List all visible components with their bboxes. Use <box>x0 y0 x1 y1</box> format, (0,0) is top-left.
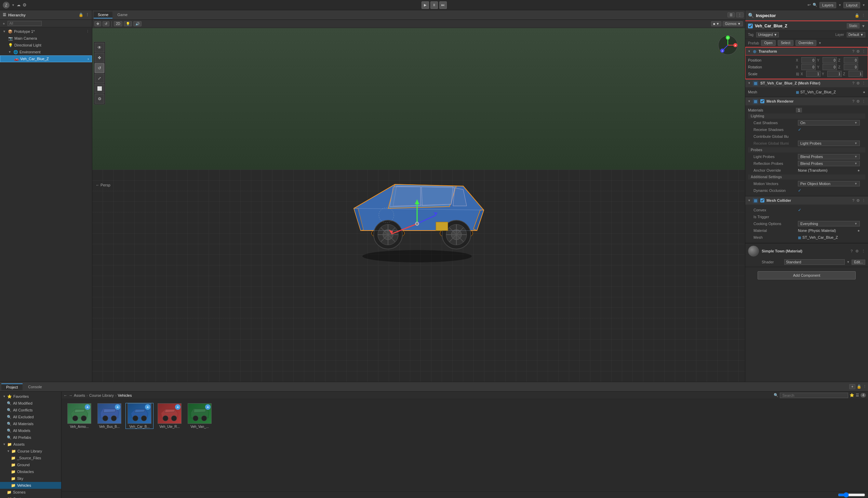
tab-project[interactable]: Project <box>1 383 23 390</box>
mf-mesh-picker[interactable]: ● <box>863 90 865 94</box>
project-lock-icon[interactable]: 🔒 <box>857 384 862 389</box>
breadcrumb-assets[interactable]: Assets <box>74 393 85 397</box>
hierarchy-more-icon[interactable]: ⋮ <box>85 13 89 17</box>
collider-material-picker[interactable]: ● <box>857 228 860 233</box>
inspector-more[interactable]: ⋮ <box>862 13 865 18</box>
scene-view-options[interactable]: ☰ <box>727 12 735 17</box>
mc-settings-icon[interactable]: ⚙ <box>856 198 860 203</box>
hierarchy-item-environment[interactable]: ▼ 🌐 Environment <box>0 49 92 55</box>
asset-forward-icon[interactable]: → <box>69 393 72 397</box>
tree-item-vehicles[interactable]: 📁 Vehicles <box>0 482 61 489</box>
scene-tool-rect[interactable]: ⬜ <box>95 84 104 93</box>
hierarchy-item-prototype[interactable]: ▼ 📦 Prototype 1* ⋮ <box>0 28 92 35</box>
cloud-icon[interactable]: ☁ <box>17 3 21 7</box>
scene-rotate-tool[interactable]: ↺ <box>103 21 109 26</box>
scene-light-toggle[interactable]: 💡 <box>124 21 132 26</box>
rotation-x-input[interactable] <box>801 64 816 70</box>
asset-item-veh3[interactable]: + Veh_Car_B... <box>126 403 153 429</box>
go-active-checkbox[interactable] <box>748 24 753 28</box>
hierarchy-item-light[interactable]: 💡 Directional Light <box>0 42 92 49</box>
layers-button[interactable]: Layers <box>819 2 836 8</box>
receive-gi-dropdown[interactable]: Light Probes ▼ <box>798 141 860 146</box>
tree-item-packages[interactable]: ▼ 📁 Packages <box>0 496 61 498</box>
scene-tool-transform[interactable]: ⚙ <box>95 94 104 104</box>
rotation-y-input[interactable] <box>823 64 837 70</box>
tree-item-all-conflicts[interactable]: 🔍 All Conflicts <box>0 407 61 414</box>
scene-move-tool[interactable]: ✥ <box>94 21 101 26</box>
undo-icon[interactable]: ↩ <box>807 3 811 7</box>
position-z-input[interactable] <box>844 57 858 63</box>
mf-help-icon[interactable]: ? <box>852 81 854 85</box>
material-more-icon[interactable]: ⋮ <box>862 249 865 253</box>
position-x-input[interactable] <box>801 57 816 63</box>
scene-audio-toggle[interactable]: 🔊 <box>133 21 142 26</box>
asset-search-icon[interactable]: 🔍 <box>774 393 778 397</box>
anchor-override-picker[interactable]: ● <box>857 168 860 172</box>
tree-item-all-excluded[interactable]: 🔍 All Excluded <box>0 414 61 420</box>
asset-item-veh1[interactable]: + Veh_Armo... <box>66 403 93 429</box>
account-icon[interactable]: Z <box>3 2 10 9</box>
light-probes-dropdown[interactable]: Blend Probes ▼ <box>798 154 860 159</box>
layer-dropdown[interactable]: Default ▼ <box>847 32 865 37</box>
mc-help-icon[interactable]: ? <box>852 198 854 202</box>
mc-more-icon[interactable]: ⋮ <box>862 198 866 203</box>
mr-settings-icon[interactable]: ⚙ <box>856 99 860 104</box>
hierarchy-item-camera[interactable]: 📷 Main Camera <box>0 35 92 42</box>
asset-size-slider[interactable] <box>838 492 865 498</box>
layout-button[interactable]: Layout <box>843 2 860 8</box>
hierarchy-lock-icon[interactable]: 🔒 <box>79 13 83 17</box>
settings-icon[interactable]: ⚙ <box>23 2 27 8</box>
hierarchy-add-button[interactable]: + <box>1 22 6 26</box>
tree-item-ground[interactable]: 📁 Ground <box>0 461 61 468</box>
step-button[interactable]: ⏭ <box>439 1 447 9</box>
static-badge[interactable]: Static <box>847 23 859 28</box>
tab-scene[interactable]: Scene <box>94 12 112 18</box>
cast-shadows-dropdown[interactable]: On ▼ <box>798 120 860 126</box>
project-more-icon[interactable]: ⋮ <box>863 384 867 389</box>
inspector-lock[interactable]: 🔒 <box>855 13 859 18</box>
material-help-icon[interactable]: ? <box>851 249 853 253</box>
tree-item-scenes[interactable]: 📁 Scenes <box>0 489 61 496</box>
tree-item-all-prefabs[interactable]: 🔍 All Prefabs <box>0 434 61 441</box>
static-dropdown-arrow[interactable]: ▼ <box>862 24 865 28</box>
tab-game[interactable]: Game <box>113 12 132 18</box>
scale-y-input[interactable] <box>827 71 842 77</box>
scene-tool-scale[interactable]: ⤢ <box>95 74 104 83</box>
tree-item-obstacles[interactable]: 📁 Obstacles <box>0 468 61 475</box>
mr-enabled-checkbox[interactable] <box>760 99 764 103</box>
reflection-probes-dropdown[interactable]: Blend Probes ▼ <box>798 161 860 166</box>
hierarchy-item-car[interactable]: 🚗 Veh_Car_Blue_Z › <box>0 55 92 62</box>
mesh-renderer-header[interactable]: ▼ ▦ Mesh Renderer ? ⚙ ⋮ <box>745 97 868 105</box>
tab-console[interactable]: Console <box>23 384 46 390</box>
mc-enabled-checkbox[interactable] <box>760 198 764 202</box>
material-settings-icon[interactable]: ⚙ <box>855 249 859 253</box>
scene-view[interactable]: 👁 ✥ ↺ ⤢ ⬜ ⚙ <box>92 28 745 382</box>
breadcrumb-vehicles[interactable]: Vehicles <box>118 393 132 397</box>
project-create-btn[interactable]: + <box>849 384 855 389</box>
tree-item-all-materials[interactable]: 🔍 All Materials <box>0 420 61 427</box>
tree-item-all-models[interactable]: 🔍 All Models <box>0 427 61 434</box>
mesh-filter-header[interactable]: ▼ ▦ ST_Veh_Car_Blue_Z (Mesh Filter) ? ⚙ … <box>745 79 868 87</box>
scale-x-input[interactable] <box>806 71 820 77</box>
scene-aspect-dropdown[interactable]: ■ ▼ <box>711 21 722 26</box>
scene-view-more[interactable]: ⋮ <box>736 12 744 17</box>
tag-dropdown[interactable]: Untagged ▼ <box>756 32 779 37</box>
motion-vectors-dropdown[interactable]: Per Object Motion ▼ <box>798 181 860 186</box>
rotation-z-input[interactable] <box>844 64 858 70</box>
mr-help-icon[interactable]: ? <box>852 99 854 103</box>
scale-z-input[interactable] <box>849 71 863 77</box>
scene-tool-move2[interactable]: ✥ <box>95 53 104 63</box>
asset-back-icon[interactable]: ← <box>64 393 67 397</box>
prefab-overrides-btn[interactable]: Overrides <box>796 40 816 46</box>
pause-button[interactable]: ⏸ <box>430 1 438 9</box>
tree-item-source-files[interactable]: 📁 _Source_Files <box>0 455 61 461</box>
prefab-select-btn[interactable]: Select <box>778 40 793 46</box>
tree-item-assets[interactable]: ▼ 📁 Assets <box>0 441 61 448</box>
position-y-input[interactable] <box>823 57 837 63</box>
prefab-open-btn[interactable]: Open <box>761 40 775 46</box>
tree-item-sky[interactable]: 📁 Sky <box>0 475 61 482</box>
shader-dropdown[interactable]: Standard <box>784 259 845 265</box>
mf-more-icon[interactable]: ⋮ <box>862 81 866 86</box>
tree-item-course-library[interactable]: ▼ 📁 Course Library <box>0 448 61 455</box>
car-expand-arrow[interactable]: › <box>88 57 89 61</box>
